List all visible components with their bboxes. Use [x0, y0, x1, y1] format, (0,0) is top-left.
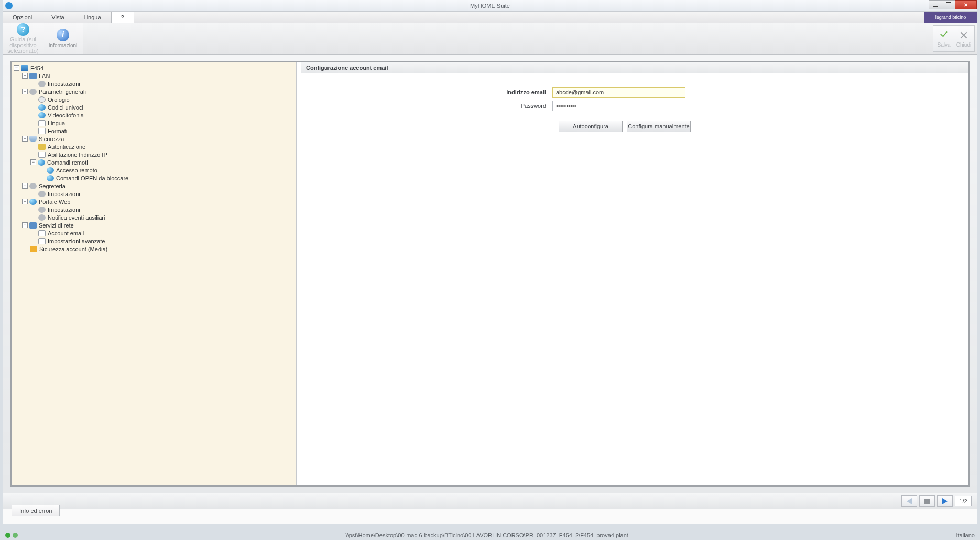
ribbon-toolbar: Guida (suldispositivo selezionato) Infor…	[3, 23, 977, 55]
tree-item[interactable]: Autenticazione	[12, 143, 295, 150]
close-label: Chiudi	[956, 42, 971, 48]
tree-item[interactable]: Orologio	[12, 95, 295, 103]
menu-vista[interactable]: Vista	[42, 12, 74, 23]
monitor-icon	[29, 73, 37, 79]
tree-item[interactable]: LAN	[12, 72, 295, 80]
close-window-button[interactable]	[955, 0, 977, 9]
help-icon	[17, 23, 29, 36]
gear-icon	[38, 81, 46, 87]
status-bar: \\psf\Home\Desktop\00-mac-6-backup\BTici…	[0, 530, 980, 540]
tree-item[interactable]: Accesso remoto	[12, 166, 295, 174]
tree-item-label: Comandi OPEN da bloccare	[56, 175, 128, 181]
tree-item-label: Impostazioni avanzate	[48, 238, 105, 244]
monitor-icon	[29, 222, 37, 229]
tree-item[interactable]: Servizi di rete	[12, 221, 295, 229]
page-icon	[38, 120, 46, 126]
nav-forward-button[interactable]	[937, 495, 953, 507]
globe-icon	[38, 104, 46, 111]
tree-item-label: LAN	[39, 73, 50, 79]
shield-icon	[29, 136, 37, 142]
tree-item-label: Servizi di rete	[39, 222, 74, 229]
tree-item[interactable]: Abilitazione Indirizzo IP	[12, 150, 295, 158]
title-bar: MyHOME Suite	[3, 0, 977, 12]
page-icon	[38, 230, 46, 236]
tree-item-label: Impostazioni	[48, 207, 80, 213]
key-icon	[38, 144, 46, 150]
menu-lingua[interactable]: Lingua	[74, 12, 111, 23]
footer-tab-bar: Info ed errori	[3, 509, 977, 524]
collapse-icon[interactable]	[22, 89, 28, 94]
tree-item-label: Accesso remoto	[56, 167, 97, 174]
tree-item[interactable]: F454	[12, 64, 295, 72]
tree-item-label: Videocitofonia	[48, 112, 84, 118]
info-button[interactable]: Informazioni	[43, 23, 83, 54]
tree-item[interactable]: Parametri generali	[12, 88, 295, 95]
tree-item[interactable]: Sicurezza	[12, 135, 295, 143]
tree-item[interactable]: Codici univoci	[12, 103, 295, 111]
globe-icon	[29, 199, 37, 205]
tree-item[interactable]: Impostazioni	[12, 190, 295, 198]
tree-item[interactable]: Notifica eventi ausiliari	[12, 213, 295, 221]
form-header: Configurazione account email	[301, 62, 968, 73]
tree-item[interactable]: Formati	[12, 127, 295, 135]
tree-item-label: Orologio	[48, 96, 70, 103]
minimize-button[interactable]	[929, 0, 942, 9]
tree-item[interactable]: Comandi OPEN da bloccare	[12, 174, 295, 182]
gear-icon	[38, 207, 46, 213]
tree-item[interactable]: Comandi remoti	[12, 158, 295, 166]
email-input[interactable]	[552, 87, 685, 98]
menu-help[interactable]: ?	[111, 12, 134, 23]
navigation-tree[interactable]: F454LANImpostazioniParametri generaliOro…	[12, 62, 297, 485]
form-panel: Configurazione account email Indirizzo e…	[301, 62, 968, 485]
tree-item-label: Parametri generali	[39, 89, 86, 95]
gear-icon	[29, 89, 37, 95]
collapse-icon[interactable]	[22, 183, 28, 189]
tree-item-label: Lingua	[48, 120, 65, 126]
tree-item[interactable]: Videocitofonia	[12, 111, 295, 119]
help-button[interactable]: Guida (suldispositivo selezionato)	[3, 23, 43, 54]
tree-item-label: Notifica eventi ausiliari	[48, 214, 105, 221]
nav-home-button[interactable]	[919, 495, 935, 507]
gear-icon	[38, 191, 46, 197]
page-icon	[38, 238, 46, 244]
close-button[interactable]: Chiudi	[954, 27, 973, 50]
tree-item[interactable]: Segreteria	[12, 182, 295, 190]
collapse-icon[interactable]	[30, 159, 36, 165]
tree-item[interactable]: Lingua	[12, 119, 295, 127]
autoconfigure-button[interactable]: Autoconfigura	[559, 121, 623, 132]
tree-item[interactable]: Sicurezza account (Media)	[12, 245, 295, 253]
menu-bar: Opzioni Vista Lingua ? legrand bticino	[3, 12, 977, 23]
globe-icon	[47, 167, 54, 174]
gear-icon	[29, 183, 37, 189]
save-button[interactable]: Salva	[934, 27, 953, 50]
tree-item[interactable]: Impostazioni avanzate	[12, 237, 295, 245]
tree-item[interactable]: Impostazioni	[12, 206, 295, 213]
collapse-icon[interactable]	[22, 136, 28, 142]
status-dot-icon	[5, 533, 10, 538]
tree-item[interactable]: Impostazioni	[12, 80, 295, 88]
tree-item[interactable]: Account email	[12, 229, 295, 237]
info-errors-tab[interactable]: Info ed errori	[12, 505, 60, 516]
brand-badge: legrand bticino	[924, 12, 977, 23]
collapse-icon[interactable]	[22, 199, 28, 204]
lock-icon	[30, 246, 37, 252]
tree-item-label: Formati	[48, 128, 67, 134]
collapse-icon[interactable]	[14, 65, 19, 71]
nav-back-button[interactable]	[901, 495, 917, 507]
collapse-icon[interactable]	[22, 222, 28, 228]
info-icon	[57, 29, 69, 41]
tree-item-label: Segreteria	[39, 183, 66, 189]
manual-configure-button[interactable]: Configura manualmente	[627, 121, 691, 132]
menu-opzioni[interactable]: Opzioni	[3, 12, 42, 23]
status-dot2-icon	[13, 533, 18, 538]
check-icon	[938, 29, 950, 41]
info-label: Informazioni	[49, 42, 77, 48]
collapse-icon[interactable]	[22, 73, 28, 79]
password-input[interactable]	[552, 101, 685, 111]
tree-item[interactable]: Portale Web	[12, 198, 295, 206]
tree-item-label: Account email	[48, 230, 84, 236]
tree-item-label: Comandi remoti	[47, 159, 88, 166]
device-icon	[21, 65, 28, 71]
save-label: Salva	[937, 42, 950, 48]
maximize-button[interactable]	[942, 0, 955, 9]
